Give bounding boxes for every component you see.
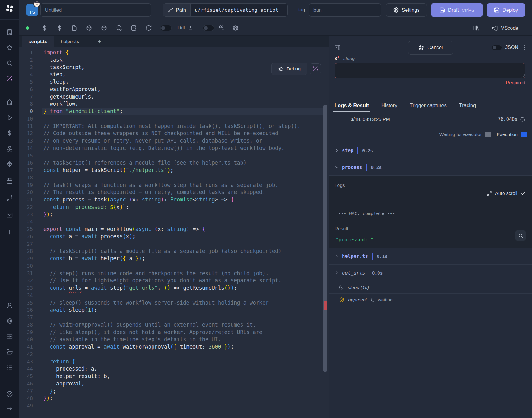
sidebar-item-home[interactable]	[3, 96, 16, 108]
path-value[interactable]: u/rfiszel/captivating_script	[191, 4, 287, 16]
tag-input[interactable]	[309, 3, 381, 17]
panel-collapse-icon[interactable]	[334, 44, 341, 51]
add-tab-button[interactable]: +	[93, 36, 105, 47]
sidebar-item-arrow-right[interactable]	[3, 402, 16, 415]
code-line-12[interactable]: 12// Code outside these wrappers is NOT …	[19, 130, 329, 137]
result-search-button[interactable]	[515, 230, 526, 241]
refresh-icon[interactable]	[145, 25, 152, 31]
script-name-input[interactable]	[40, 3, 151, 17]
diff-toggle[interactable]	[160, 25, 172, 31]
sidebar-item-folder[interactable]	[3, 346, 16, 358]
code-line-5[interactable]: 5 sleep,	[19, 78, 329, 86]
vscode-button[interactable]: VScode	[492, 25, 518, 31]
lasso-icon[interactable]	[115, 25, 122, 31]
code-line-16[interactable]: 16// taskScript() references a module fi…	[19, 159, 329, 167]
code-line-42[interactable]: 42	[19, 351, 329, 358]
timeline-row-get-urls[interactable]: get_urls 0.0s	[329, 265, 532, 281]
code-line-37[interactable]: 37	[19, 314, 329, 321]
code-line-13[interactable]: 13// on every resume or retry. Never put…	[19, 137, 329, 145]
sidebar-item-gear[interactable]	[3, 315, 16, 327]
code-line-18[interactable]: 18	[19, 174, 329, 182]
tab-history[interactable]: History	[381, 99, 397, 112]
sidebar-item-play[interactable]	[3, 112, 16, 124]
kebab-menu-icon[interactable]	[521, 44, 528, 51]
sidebar-item-worker[interactable]	[3, 330, 16, 343]
debug-button[interactable]: Debug	[271, 63, 307, 75]
argument-x-input[interactable]	[335, 63, 525, 78]
code-line-31[interactable]: 31 // step() runs inline code and checkp…	[19, 270, 329, 277]
gear-icon[interactable]	[232, 25, 239, 31]
windmill-logo-icon[interactable]	[5, 4, 14, 14]
code-line-19[interactable]: 19// task() wraps a function as a workfl…	[19, 182, 329, 189]
run-header-row[interactable]: 3/18, 03:13:25 PM 76.040s	[329, 112, 532, 127]
sidebar-item-building[interactable]	[3, 26, 16, 38]
sidebar-item-gem[interactable]	[3, 158, 16, 170]
tab-helper-ts[interactable]: helper.ts	[54, 36, 86, 47]
timeline-row-process[interactable]: process 0.2s	[329, 159, 532, 176]
tab-tracing[interactable]: Tracing	[459, 99, 476, 112]
sidebar-item-boxes[interactable]	[3, 143, 16, 155]
database-icon[interactable]	[130, 25, 137, 31]
code-line-39[interactable]: 39 // Like sleep(), it does not hold a w…	[19, 329, 329, 336]
code-line-33[interactable]: 33 const urls = await step("get_urls", (…	[19, 284, 329, 292]
code-line-32[interactable]: 32 // Use it for lightweight operations …	[19, 277, 329, 284]
tab-trigger-captures[interactable]: Trigger captures	[410, 99, 447, 112]
code-line-14[interactable]: 14// non-deterministic logic (e.g. Date.…	[19, 145, 329, 152]
code-line-49[interactable]: 49	[19, 402, 329, 410]
collab-toggle[interactable]	[203, 25, 214, 31]
sidebar-item-user[interactable]	[3, 299, 16, 312]
code-line-22[interactable]: 22 return `processed: ${x}`;	[19, 204, 329, 211]
code-line-46[interactable]: 46 approval,	[19, 380, 329, 388]
tab-script-ts[interactable]: script.ts	[22, 36, 54, 47]
code-line-17[interactable]: 17const helper = taskScript("./helper.ts…	[19, 167, 329, 174]
code-line-48[interactable]: 48});	[19, 395, 329, 402]
autoscroll-control[interactable]: Auto scroll	[487, 191, 526, 196]
sidebar-item-wand[interactable]	[3, 73, 16, 85]
sidebar-item-help[interactable]	[3, 388, 16, 400]
code-line-8[interactable]: 8 workflow,	[19, 100, 329, 108]
timeline-row-approval[interactable]: approval waiting	[329, 294, 532, 306]
code-line-15[interactable]: 15	[19, 152, 329, 160]
code-line-25[interactable]: 25export const main = workflow(async (x:…	[19, 226, 329, 233]
code-line-9[interactable]: 9} from "windmill-client";	[19, 108, 329, 115]
sidebar-item-route[interactable]	[3, 192, 16, 204]
code-line-30[interactable]: 30	[19, 262, 329, 270]
code-line-38[interactable]: 38 // waitForApproval() suspends until a…	[19, 321, 329, 329]
timeline-row-helper-ts[interactable]: helper.ts 0.1s	[329, 248, 532, 265]
code-line-7[interactable]: 7 getResumeUrls,	[19, 93, 329, 101]
sidebar-item-calendar[interactable]	[3, 175, 16, 187]
code-line-10[interactable]: 10	[19, 115, 329, 123]
package-icon[interactable]	[100, 25, 108, 31]
sidebar-item-mail[interactable]	[3, 209, 16, 221]
code-line-44[interactable]: 44 processed: a,	[19, 365, 329, 373]
package-icon[interactable]	[85, 25, 93, 31]
code-line-6[interactable]: 6 waitForApproval,	[19, 86, 329, 93]
timeline-row-sleep[interactable]: sleep (1s)	[329, 281, 532, 294]
users-icon[interactable]	[218, 24, 225, 31]
code-line-43[interactable]: 43 return {	[19, 358, 329, 366]
code-line-20[interactable]: 20// The result is checkpointed — on ret…	[19, 189, 329, 196]
sidebar-item-search[interactable]	[3, 57, 16, 69]
code-line-29[interactable]: 29 const b = await helper({ a });	[19, 255, 329, 262]
ai-assistant-button[interactable]	[310, 63, 321, 74]
dollar-icon[interactable]	[41, 25, 48, 31]
code-line-35[interactable]: 35 // sleep() suspends the workflow serv…	[19, 299, 329, 307]
sidebar-item-dollar[interactable]	[3, 127, 16, 139]
json-toggle[interactable]	[492, 45, 502, 50]
file-icon[interactable]	[70, 25, 78, 31]
code-line-21[interactable]: 21const process = task(async (x: string)…	[19, 196, 329, 204]
sidebar-item-list[interactable]	[3, 361, 16, 374]
code-line-40[interactable]: 40 // available in the timeline step's d…	[19, 336, 329, 343]
code-line-24[interactable]: 24	[19, 218, 329, 226]
code-line-36[interactable]: 36 await sleep(1);	[19, 306, 329, 314]
timeline-row-step[interactable]: step 0.2s	[329, 142, 532, 159]
code-line-11[interactable]: 11// IMPORTANT: All computation must hap…	[19, 123, 329, 130]
draft-button[interactable]: Draft Ctrl+S	[431, 3, 483, 17]
deploy-button[interactable]: Deploy	[487, 3, 525, 17]
path-field-group[interactable]: Path u/rfiszel/captivating_script	[163, 3, 288, 17]
path-edit-segment[interactable]: Path	[163, 4, 191, 16]
code-line-34[interactable]: 34	[19, 292, 329, 299]
code-area[interactable]: 1import {2 task,3 taskScript,4 step,5 sl…	[19, 47, 329, 418]
code-line-41[interactable]: 41 const approval = await waitForApprova…	[19, 343, 329, 351]
editor-vertical-scrollbar[interactable]	[323, 105, 327, 372]
